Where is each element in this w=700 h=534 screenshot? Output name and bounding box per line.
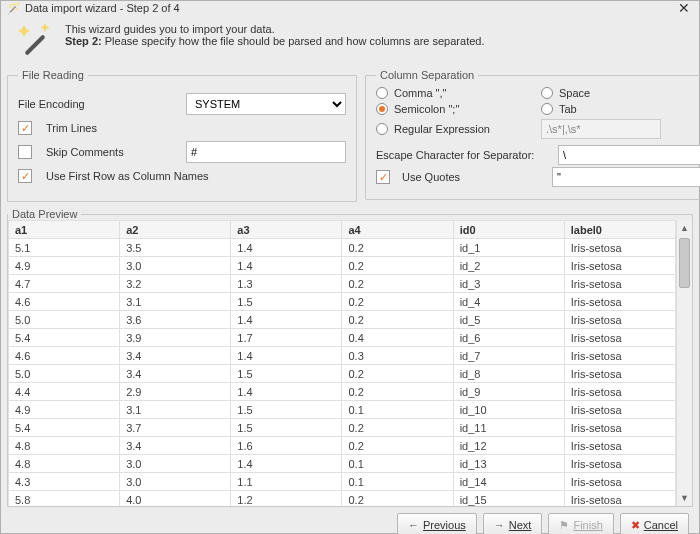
table-row[interactable]: 4.63.41.40.3id_7Iris-setosa: [9, 347, 676, 365]
table-cell: 0.3: [342, 347, 453, 365]
table-row[interactable]: 4.83.41.60.2id_12Iris-setosa: [9, 437, 676, 455]
skip-comments-checkbox[interactable]: [18, 145, 32, 159]
table-row[interactable]: 4.42.91.40.2id_9Iris-setosa: [9, 383, 676, 401]
table-cell: id_10: [453, 401, 564, 419]
use-quotes-checkbox[interactable]: [376, 170, 390, 184]
table-cell: 1.6: [231, 437, 342, 455]
radio-regex[interactable]: [376, 123, 388, 135]
table-cell: 4.6: [9, 347, 120, 365]
table-cell: 3.5: [120, 239, 231, 257]
cancel-label: Cancel: [644, 519, 678, 531]
table-cell: 0.2: [342, 365, 453, 383]
table-cell: 4.8: [9, 437, 120, 455]
column-header[interactable]: id0: [453, 221, 564, 239]
header-line2: Step 2: Please specify how the file shou…: [65, 35, 484, 47]
escape-char-label: Escape Character for Separator:: [376, 149, 552, 161]
table-cell: Iris-setosa: [564, 383, 675, 401]
table-cell: 1.4: [231, 347, 342, 365]
previous-button[interactable]: Previous: [397, 513, 477, 534]
table-cell: 3.4: [120, 437, 231, 455]
scroll-down-arrow[interactable]: ▼: [677, 490, 692, 506]
radio-tab[interactable]: [541, 103, 553, 115]
table-cell: id_11: [453, 419, 564, 437]
table-cell: 0.2: [342, 275, 453, 293]
table-cell: Iris-setosa: [564, 473, 675, 491]
column-header[interactable]: a3: [231, 221, 342, 239]
table-cell: 4.6: [9, 293, 120, 311]
table-cell: 1.4: [231, 311, 342, 329]
table-cell: id_8: [453, 365, 564, 383]
table-cell: 1.5: [231, 401, 342, 419]
column-header[interactable]: a2: [120, 221, 231, 239]
table-cell: 3.6: [120, 311, 231, 329]
table-row[interactable]: 4.63.11.50.2id_4Iris-setosa: [9, 293, 676, 311]
scroll-up-arrow[interactable]: ▲: [677, 220, 692, 236]
table-cell: 0.2: [342, 257, 453, 275]
table-row[interactable]: 5.43.91.70.4id_6Iris-setosa: [9, 329, 676, 347]
data-preview-group: Data Preview a1a2a3a4id0label0 5.13.51.4…: [7, 208, 693, 507]
table-cell: 3.0: [120, 257, 231, 275]
table-row[interactable]: 5.03.41.50.2id_8Iris-setosa: [9, 365, 676, 383]
next-button[interactable]: Next: [483, 513, 543, 534]
table-cell: 5.8: [9, 491, 120, 507]
table-cell: 3.9: [120, 329, 231, 347]
window-close-button[interactable]: ✕: [675, 1, 693, 15]
table-cell: 1.4: [231, 455, 342, 473]
preview-scrollbar[interactable]: ▲ ▼: [676, 220, 692, 506]
cancel-button[interactable]: Cancel: [620, 513, 689, 534]
use-first-row-checkbox[interactable]: [18, 169, 32, 183]
table-cell: 3.1: [120, 293, 231, 311]
scroll-thumb[interactable]: [679, 238, 690, 288]
step-desc: Please specify how the file should be pa…: [102, 35, 485, 47]
table-row[interactable]: 4.83.01.40.1id_13Iris-setosa: [9, 455, 676, 473]
radio-comma-label: Comma ",": [394, 87, 446, 99]
table-cell: Iris-setosa: [564, 239, 675, 257]
quote-char-input[interactable]: [552, 167, 700, 187]
table-row[interactable]: 4.33.01.10.1id_14Iris-setosa: [9, 473, 676, 491]
table-cell: 0.2: [342, 239, 453, 257]
table-cell: 1.5: [231, 293, 342, 311]
column-header[interactable]: label0: [564, 221, 675, 239]
radio-space-label: Space: [559, 87, 590, 99]
table-cell: 1.3: [231, 275, 342, 293]
escape-char-input[interactable]: [558, 145, 700, 165]
table-cell: 4.7: [9, 275, 120, 293]
table-cell: 4.0: [120, 491, 231, 507]
table-cell: id_2: [453, 257, 564, 275]
column-header[interactable]: a4: [342, 221, 453, 239]
column-separation-legend: Column Separation: [376, 69, 478, 81]
table-row[interactable]: 4.73.21.30.2id_3Iris-setosa: [9, 275, 676, 293]
table-cell: id_14: [453, 473, 564, 491]
file-encoding-select[interactable]: SYSTEM: [186, 93, 346, 115]
table-cell: Iris-setosa: [564, 419, 675, 437]
table-row[interactable]: 5.03.61.40.2id_5Iris-setosa: [9, 311, 676, 329]
column-header[interactable]: a1: [9, 221, 120, 239]
table-cell: 4.4: [9, 383, 120, 401]
table-cell: Iris-setosa: [564, 311, 675, 329]
table-row[interactable]: 5.43.71.50.2id_11Iris-setosa: [9, 419, 676, 437]
table-row[interactable]: 4.93.01.40.2id_2Iris-setosa: [9, 257, 676, 275]
table-cell: 4.8: [9, 455, 120, 473]
table-cell: 0.1: [342, 455, 453, 473]
table-cell: 3.0: [120, 473, 231, 491]
table-cell: Iris-setosa: [564, 455, 675, 473]
table-cell: 0.2: [342, 311, 453, 329]
table-row[interactable]: 5.84.01.20.2id_15Iris-setosa: [9, 491, 676, 507]
table-cell: 3.4: [120, 365, 231, 383]
table-cell: 5.0: [9, 311, 120, 329]
content-area: File Reading File Encoding SYSTEM Trim L…: [1, 67, 699, 202]
table-row[interactable]: 5.13.51.40.2id_1Iris-setosa: [9, 239, 676, 257]
table-cell: 1.2: [231, 491, 342, 507]
radio-semicolon[interactable]: [376, 103, 388, 115]
radio-space[interactable]: [541, 87, 553, 99]
trim-lines-label: Trim Lines: [46, 122, 97, 134]
table-cell: id_4: [453, 293, 564, 311]
radio-comma[interactable]: [376, 87, 388, 99]
table-cell: 1.4: [231, 239, 342, 257]
table-row[interactable]: 4.93.11.50.1id_10Iris-setosa: [9, 401, 676, 419]
table-cell: 5.0: [9, 365, 120, 383]
svg-marker-1: [41, 23, 50, 32]
trim-lines-checkbox[interactable]: [18, 121, 32, 135]
comment-char-input[interactable]: [186, 141, 346, 163]
svg-rect-2: [24, 34, 45, 55]
